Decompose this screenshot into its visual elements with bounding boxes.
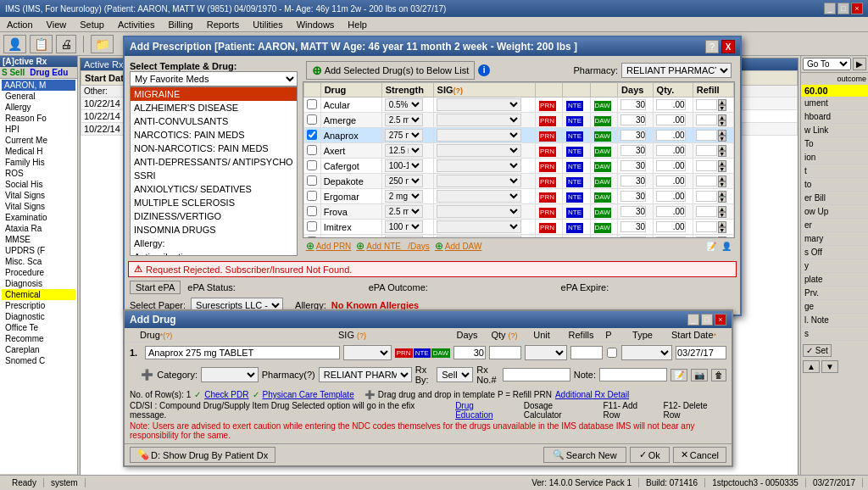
drug-checkbox-frova[interactable] <box>307 206 317 216</box>
drug-checkbox-cafergot[interactable] <box>307 160 317 170</box>
goto-dropdown[interactable]: Go To <box>803 58 851 70</box>
info-icon[interactable]: i <box>478 64 490 76</box>
rs-er[interactable]: er <box>801 219 868 232</box>
add-daw-btn[interactable]: ⊕ Add DAW <box>435 240 482 252</box>
prn-imitrex[interactable]: PRN <box>539 223 556 233</box>
physician-care-icon[interactable]: ✓ <box>253 390 259 399</box>
days-frova[interactable] <box>620 206 646 217</box>
refill-up-anaprox[interactable]: ▲ <box>718 130 726 136</box>
prn-depakote[interactable]: PRN <box>539 177 556 187</box>
prn-amerge[interactable]: PRN <box>539 116 556 126</box>
prn-ergomar[interactable]: PRN <box>539 192 556 203</box>
refill-dn-anaprox[interactable]: ▼ <box>718 136 726 142</box>
rs-y[interactable]: y <box>801 259 868 273</box>
add-category-btn[interactable]: ➕ <box>141 369 153 381</box>
template-item-narcotics[interactable]: NARCOTICS: PAIN MEDS <box>131 128 297 142</box>
menu-utilities[interactable]: Utilities <box>249 19 286 31</box>
days-acular[interactable] <box>620 99 646 110</box>
toolbar-btn-1[interactable]: 👤 <box>3 35 26 53</box>
daw-anaprox[interactable]: DAW <box>594 131 611 142</box>
rs-to[interactable]: To <box>801 137 868 151</box>
refill-dn-cafergot[interactable]: ▼ <box>718 166 726 172</box>
strength-axert[interactable]: 12.5 mg TABLET <box>385 144 423 157</box>
nte-axert[interactable]: NTE <box>566 147 583 157</box>
pharmacy-select-2[interactable]: RELIANT PHARM <box>319 367 412 382</box>
days-cafergot[interactable] <box>620 160 646 171</box>
sidebar-ataxia[interactable]: Ataxia Ra <box>2 223 75 234</box>
qty-cafergot[interactable] <box>656 160 686 171</box>
sidebar-ros[interactable]: ROS <box>2 168 75 179</box>
strength-cafergot[interactable]: 100-1 mg TABLET <box>385 159 423 172</box>
toolbar-btn-2[interactable]: 📋 <box>30 35 53 53</box>
sidebar-general[interactable]: General <box>2 91 75 102</box>
rx-by-select[interactable]: Sell <box>437 367 473 382</box>
rs-t[interactable]: t <box>801 164 868 178</box>
refill-frova[interactable] <box>696 206 717 217</box>
menu-view[interactable]: View <box>43 19 70 31</box>
sidebar-allergy[interactable]: Allergy <box>2 102 75 113</box>
drug-edu-btn[interactable]: Drug Edu <box>30 68 68 77</box>
nte-amerge[interactable]: NTE <box>566 116 583 126</box>
rs-note[interactable]: l. Note <box>801 314 868 327</box>
sidebar-careplan[interactable]: Careplan <box>2 344 75 355</box>
qty-depakote[interactable] <box>656 175 686 187</box>
qty-ergomar[interactable] <box>656 191 686 202</box>
rs-s[interactable]: s <box>801 327 868 341</box>
sidebar-updrs[interactable]: UPDRS (F <box>2 245 75 256</box>
check-pdr-link[interactable]: Check PDR <box>204 390 248 399</box>
sig-icon-1[interactable]: PRN <box>395 348 413 358</box>
sidebar-mmse[interactable]: MMSE <box>2 234 75 245</box>
patient-name-item[interactable]: AARON, M <box>2 80 75 91</box>
nte-imitrex[interactable]: NTE <box>566 223 583 233</box>
rs-to2[interactable]: to <box>801 178 868 192</box>
refill-dn-depakote[interactable]: ▼ <box>718 181 726 187</box>
ok-btn[interactable]: ✓ Ok <box>630 447 670 463</box>
sidebar-snomed[interactable]: Snomed C <box>2 355 75 366</box>
strength-anaprox[interactable]: 275 mg TABLET <box>385 129 423 142</box>
sidebar-prescription[interactable]: Prescriptio <box>2 300 75 311</box>
drug-checkbox-anaprox[interactable] <box>307 130 317 140</box>
prn-frova[interactable]: PRN <box>539 208 556 218</box>
refill-anaprox[interactable] <box>696 130 717 141</box>
daw-amerge[interactable]: DAW <box>594 116 611 126</box>
sig-ergomar[interactable] <box>437 190 521 203</box>
category-select[interactable] <box>201 367 259 382</box>
drug-checkbox-acular[interactable] <box>307 99 317 109</box>
refill-amerge[interactable] <box>696 114 717 125</box>
menu-setup[interactable]: Setup <box>76 19 108 31</box>
refill-imitrex[interactable] <box>696 221 717 232</box>
sig-amerge[interactable] <box>437 114 521 126</box>
rs-document[interactable]: ument <box>801 97 868 110</box>
additional-rx-link[interactable]: Additional Rx Detail <box>555 390 629 399</box>
template-list[interactable]: MIGRAINE ALZHEIMER'S DISEASE ANTI-CONVUL… <box>130 86 298 256</box>
add-selected-drugs-btn[interactable]: ⊕ Add Selected Drug(s) to Below List <box>306 61 476 80</box>
close-btn[interactable]: × <box>851 3 863 14</box>
drug-checkbox-ergomar[interactable] <box>307 191 317 201</box>
sig-axert[interactable] <box>437 144 521 157</box>
add-drug-minimize[interactable]: _ <box>687 314 699 326</box>
sidebar-chemical[interactable]: Chemical <box>2 289 75 300</box>
note-input[interactable] <box>599 368 667 381</box>
refill-dn-axert[interactable]: ▼ <box>718 151 726 157</box>
nte-anaprox[interactable]: NTE <box>566 131 583 142</box>
toolbar-btn-4[interactable]: 📁 <box>91 35 114 53</box>
days-axert[interactable] <box>620 145 646 156</box>
refill-acular[interactable] <box>696 99 717 110</box>
prn-axert[interactable]: PRN <box>539 147 556 157</box>
scroll-down-btn[interactable]: ▼ <box>821 360 838 373</box>
prn-acular[interactable]: PRN <box>539 101 556 111</box>
nte-ergomar[interactable]: NTE <box>566 192 583 203</box>
refill-up-depakote[interactable]: ▲ <box>718 175 726 181</box>
cancel-btn[interactable]: ✕ Cancel <box>673 447 726 463</box>
days-anaprox[interactable] <box>620 130 646 141</box>
sig-select-main[interactable] <box>343 345 392 360</box>
template-item-ssri[interactable]: SSRI <box>131 169 297 182</box>
prescription-close-btn[interactable]: X <box>721 40 735 53</box>
sidebar-hpi[interactable]: HPI <box>2 124 75 135</box>
check-pdr-icon[interactable]: ✓ <box>194 390 201 399</box>
sidebar-diagnosis[interactable]: Diagnosis <box>2 278 75 289</box>
template-item-non-narcotics[interactable]: NON-NARCOTICS: PAIN MEDS <box>131 142 297 155</box>
template-dropdown[interactable]: My Favorite Meds <box>130 71 298 86</box>
qty-frova[interactable] <box>656 206 686 217</box>
daw-acular[interactable]: DAW <box>594 101 611 111</box>
